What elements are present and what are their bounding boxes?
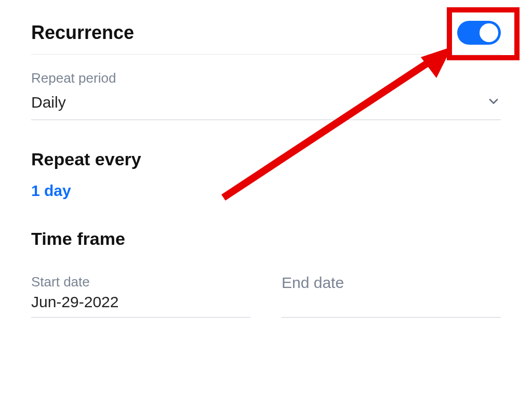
toggle-knob bbox=[480, 23, 498, 42]
recurrence-title: Recurrence bbox=[31, 22, 134, 44]
repeat-period-dropdown[interactable]: Daily bbox=[31, 89, 501, 120]
repeat-period-label: Repeat period bbox=[31, 70, 501, 86]
end-date-field[interactable]: End date bbox=[282, 274, 501, 318]
chevron-down-icon bbox=[486, 94, 501, 111]
repeat-every-value[interactable]: 1 day bbox=[31, 182, 71, 200]
start-date-value: Jun-29-2022 bbox=[31, 293, 250, 312]
repeat-period-value: Daily bbox=[31, 94, 66, 111]
time-frame-row: Start date Jun-29-2022 End date bbox=[31, 274, 501, 318]
repeat-every-title: Repeat every bbox=[31, 149, 501, 169]
start-date-field[interactable]: Start date Jun-29-2022 bbox=[31, 274, 250, 318]
time-frame-title: Time frame bbox=[31, 229, 501, 249]
start-date-label: Start date bbox=[31, 274, 250, 290]
end-date-label: End date bbox=[282, 274, 501, 292]
end-date-value bbox=[282, 292, 501, 310]
recurrence-header: Recurrence bbox=[31, 21, 501, 55]
repeat-period-field: Repeat period Daily bbox=[31, 70, 501, 120]
recurrence-toggle[interactable] bbox=[457, 21, 501, 45]
